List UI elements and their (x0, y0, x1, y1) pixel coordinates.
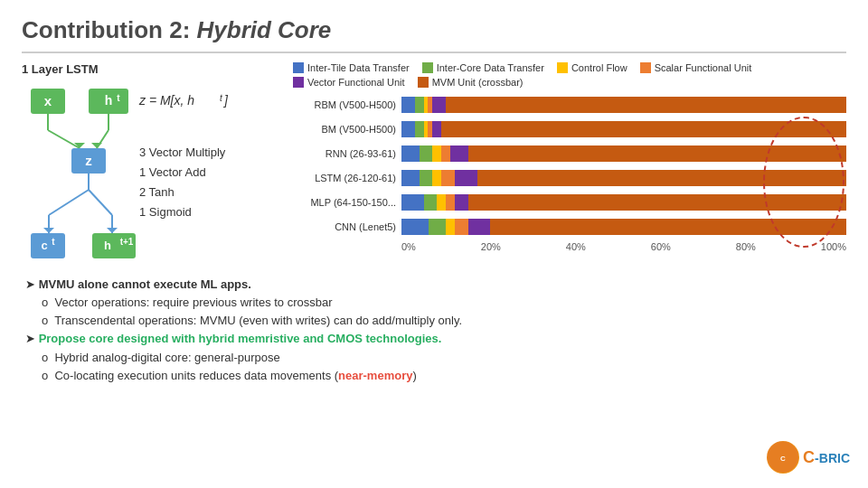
bar-segment (401, 219, 429, 235)
bar-segment (432, 121, 441, 137)
op-2: 1 Vector Add (139, 163, 225, 183)
bar-segment (432, 145, 441, 162)
x-axis: 0%20%40%60%80%100% (401, 241, 846, 252)
chart-section: Inter-Tile Data TransferInter-Core Data … (284, 62, 846, 267)
cbric-circle-icon: C (767, 441, 799, 474)
chart-container: RBM (V500-H500)BM (V500-H500)RNN (26-93-… (293, 95, 846, 237)
bar-segment (490, 219, 846, 235)
bar-segment (446, 219, 455, 235)
legend-color-box (418, 77, 429, 88)
bar-segment (446, 194, 455, 211)
bar-segment (424, 194, 438, 211)
bar-segment (429, 219, 447, 235)
legend-label: MVM Unit (crossbar) (432, 77, 524, 88)
legend-label: Inter-Tile Data Transfer (307, 62, 410, 73)
bullet-2a: o Hybrid analog-digital core: general-pu… (42, 349, 846, 367)
chart-row-label: CNN (Lenet5) (293, 221, 401, 232)
legend-color-box (557, 62, 568, 73)
ops-text: 3 Vector Multiply 1 Vector Add 2 Tanh 1 … (139, 143, 225, 222)
near-memory-text: near-memory (338, 369, 412, 382)
svg-line-21 (89, 190, 112, 215)
chart-legend: Inter-Tile Data TransferInter-Core Data … (293, 62, 846, 88)
divider (22, 52, 846, 53)
legend-color-box (293, 62, 304, 73)
legend-item: Control Flow (557, 62, 627, 73)
bar-segment (477, 170, 846, 186)
bar-segment (420, 145, 433, 162)
bullet1-label: MVMU alone cannot execute ML apps. (39, 277, 251, 291)
svg-text:x: x (44, 93, 52, 108)
legend-label: Vector Functional Unit (307, 77, 405, 88)
bullet2a-text: Hybrid analog-digital core: general-purp… (54, 351, 279, 364)
bar-segment (455, 219, 468, 235)
bar-segment (401, 145, 420, 162)
main-row: 1 Layer LSTM x h t z = M[x, h t ] (22, 62, 846, 267)
bar-segment (432, 170, 441, 186)
bullet-2b: o Co-locating execution units reduces da… (42, 367, 846, 385)
bar-segment (446, 97, 846, 113)
chart-bar-area (401, 194, 846, 211)
chart-row: RNN (26-93-61) (293, 144, 846, 164)
bar-segment (441, 170, 455, 186)
cbric-text-label: C-BRIC (803, 448, 850, 467)
bottom-section: ➤ MVMU alone cannot execute ML apps. o V… (22, 276, 846, 385)
bar-segment (455, 170, 477, 186)
bullet1a-text: Vector operations: require previous writ… (54, 296, 332, 309)
bar-segment (432, 97, 446, 113)
page-title: Contribution 2: Hybrid Core (22, 16, 846, 44)
bar-segment (401, 97, 415, 113)
svg-text:z: z (85, 153, 92, 168)
legend-color-box (293, 77, 304, 88)
title-italic: Hybrid Core (197, 16, 332, 43)
legend-item: Inter-Tile Data Transfer (293, 62, 410, 73)
bullet-1b: o Transcendental operations: MVMU (even … (42, 312, 846, 330)
legend-item: Vector Functional Unit (293, 77, 405, 88)
svg-text:c: c (41, 239, 47, 252)
svg-marker-19 (43, 228, 54, 233)
xaxis-label: 20% (481, 241, 501, 252)
legend-item: Scalar Functional Unit (640, 62, 752, 73)
bar-segment (415, 97, 424, 113)
chart-row-label: RBM (V500-H500) (293, 99, 401, 110)
op-1: 3 Vector Multiply (139, 143, 225, 163)
bullet1b-text: Transcendental operations: MVMU (even wi… (54, 314, 462, 327)
bullet-1: ➤ MVMU alone cannot execute ML apps. (25, 276, 846, 294)
lstm-section: 1 Layer LSTM x h t z = M[x, h t ] (22, 62, 284, 267)
bullet-2: ➤ Propose core designed with hybrid memr… (25, 330, 846, 348)
xaxis-label: 60% (651, 241, 671, 252)
chart-row: LSTM (26-120-61) (293, 168, 846, 188)
svg-line-9 (48, 130, 80, 148)
bar-segment (401, 121, 415, 137)
chart-row: MLP (64-150-150... (293, 192, 846, 212)
bar-segment (455, 194, 468, 211)
xaxis-label: 0% (401, 241, 416, 252)
svg-text:z = M[x, h: z = M[x, h (138, 93, 194, 108)
chart-bar-area (401, 219, 846, 235)
bullet2-label: Propose core designed with hybrid memris… (39, 332, 442, 345)
legend-label: Inter-Core Data Transfer (437, 62, 544, 73)
chart-bar-area (401, 170, 846, 186)
xaxis-label: 80% (736, 241, 756, 252)
svg-marker-23 (107, 228, 118, 233)
bar-segment (441, 145, 450, 162)
bar-segment (468, 194, 846, 211)
chart-row-label: RNN (26-93-61) (293, 148, 401, 159)
svg-text:C: C (780, 455, 786, 463)
chart-row-label: BM (V500-H500) (293, 124, 401, 135)
op-4: 1 Sigmoid (139, 202, 225, 222)
bar-segment (401, 194, 424, 211)
chart-row: RBM (V500-H500) (293, 95, 846, 115)
bar-segment (468, 219, 491, 235)
bar-segment (437, 194, 446, 211)
legend-label: Scalar Functional Unit (655, 62, 752, 73)
legend-color-box (640, 62, 651, 73)
bar-segment (441, 121, 846, 137)
xaxis-label: 100% (821, 241, 846, 252)
bullet2b-pre: Co-locating execution units reduces data… (54, 369, 338, 382)
bullet-1a: o Vector operations: require previous wr… (42, 294, 846, 312)
svg-text:]: ] (222, 93, 229, 108)
svg-line-17 (49, 190, 89, 215)
svg-text:t+1: t+1 (120, 237, 134, 247)
svg-text:h: h (105, 93, 113, 108)
legend-item: MVM Unit (crossbar) (418, 77, 524, 88)
